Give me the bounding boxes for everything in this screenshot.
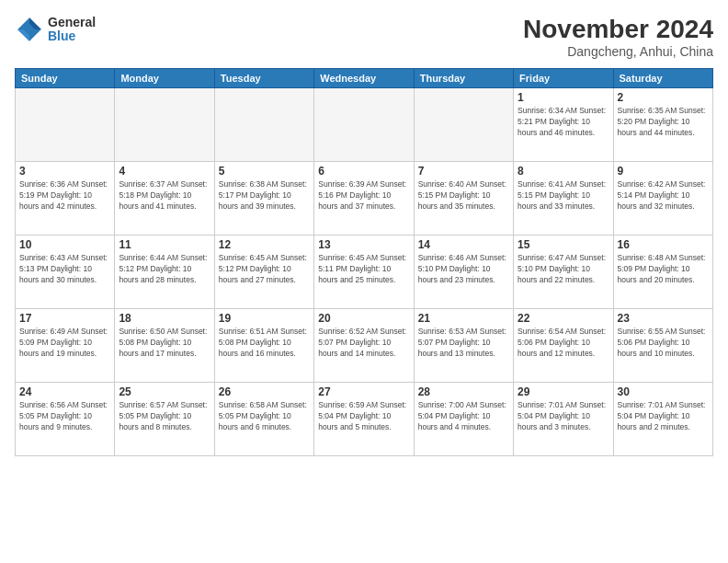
col-wednesday: Wednesday [314, 69, 414, 88]
page: General Blue November 2024 Dangcheng, An… [0, 0, 728, 563]
day-info-9: Sunrise: 6:42 AM Sunset: 5:14 PM Dayligh… [618, 179, 709, 213]
cell-w1-d7: 2Sunrise: 6:35 AM Sunset: 5:20 PM Daylig… [613, 88, 712, 162]
day-num-19: 19 [219, 312, 310, 325]
logo: General Blue [15, 15, 96, 44]
week-row-4: 17Sunrise: 6:49 AM Sunset: 5:09 PM Dayli… [16, 309, 713, 383]
cell-w4-d3: 19Sunrise: 6:51 AM Sunset: 5:08 PM Dayli… [214, 309, 313, 383]
day-info-7: Sunrise: 6:40 AM Sunset: 5:15 PM Dayligh… [418, 179, 509, 213]
day-info-26: Sunrise: 6:58 AM Sunset: 5:05 PM Dayligh… [219, 400, 310, 433]
day-num-9: 9 [618, 165, 709, 178]
logo-general: General [48, 16, 96, 29]
cell-w3-d5: 14Sunrise: 6:46 AM Sunset: 5:10 PM Dayli… [414, 236, 513, 309]
day-num-13: 13 [318, 238, 409, 251]
day-num-2: 2 [618, 91, 709, 104]
day-info-5: Sunrise: 6:38 AM Sunset: 5:17 PM Dayligh… [219, 179, 310, 213]
cell-w1-d1 [16, 88, 115, 162]
cell-w5-d5: 28Sunrise: 7:00 AM Sunset: 5:04 PM Dayli… [414, 383, 513, 456]
cell-w2-d6: 8Sunrise: 6:41 AM Sunset: 5:15 PM Daylig… [514, 162, 613, 236]
cell-w2-d3: 5Sunrise: 6:38 AM Sunset: 5:17 PM Daylig… [214, 162, 313, 236]
day-info-28: Sunrise: 7:00 AM Sunset: 5:04 PM Dayligh… [418, 400, 509, 433]
day-num-14: 14 [418, 238, 509, 251]
day-info-27: Sunrise: 6:59 AM Sunset: 5:04 PM Dayligh… [318, 400, 409, 433]
day-info-20: Sunrise: 6:52 AM Sunset: 5:07 PM Dayligh… [318, 327, 409, 360]
day-num-22: 22 [518, 312, 609, 325]
day-num-6: 6 [318, 165, 409, 178]
cell-w1-d2 [115, 88, 214, 162]
title-block: November 2024 Dangcheng, Anhui, China [523, 15, 713, 59]
day-info-3: Sunrise: 6:36 AM Sunset: 5:19 PM Dayligh… [19, 179, 110, 213]
day-num-15: 15 [518, 238, 609, 251]
day-num-5: 5 [219, 165, 310, 178]
cell-w3-d4: 13Sunrise: 6:45 AM Sunset: 5:11 PM Dayli… [314, 236, 414, 309]
day-num-3: 3 [19, 165, 110, 178]
day-num-10: 10 [19, 238, 110, 251]
day-info-23: Sunrise: 6:55 AM Sunset: 5:06 PM Dayligh… [618, 327, 709, 360]
cell-w1-d4 [314, 88, 414, 162]
day-info-12: Sunrise: 6:45 AM Sunset: 5:12 PM Dayligh… [219, 253, 310, 286]
day-num-30: 30 [618, 385, 709, 398]
cell-w4-d5: 21Sunrise: 6:53 AM Sunset: 5:07 PM Dayli… [414, 309, 513, 383]
header: General Blue November 2024 Dangcheng, An… [15, 15, 713, 59]
day-num-20: 20 [318, 312, 409, 325]
logo-text: General Blue [48, 16, 96, 44]
calendar-header: Sunday Monday Tuesday Wednesday Thursday… [16, 69, 713, 88]
day-num-11: 11 [119, 238, 210, 251]
cell-w3-d6: 15Sunrise: 6:47 AM Sunset: 5:10 PM Dayli… [514, 236, 613, 309]
cell-w4-d6: 22Sunrise: 6:54 AM Sunset: 5:06 PM Dayli… [514, 309, 613, 383]
cell-w5-d4: 27Sunrise: 6:59 AM Sunset: 5:04 PM Dayli… [314, 383, 414, 456]
day-info-8: Sunrise: 6:41 AM Sunset: 5:15 PM Dayligh… [518, 179, 609, 213]
day-num-1: 1 [518, 91, 609, 104]
day-info-2: Sunrise: 6:35 AM Sunset: 5:20 PM Dayligh… [618, 106, 709, 139]
cell-w3-d1: 10Sunrise: 6:43 AM Sunset: 5:13 PM Dayli… [16, 236, 115, 309]
day-info-22: Sunrise: 6:54 AM Sunset: 5:06 PM Dayligh… [518, 327, 609, 360]
day-info-21: Sunrise: 6:53 AM Sunset: 5:07 PM Dayligh… [418, 327, 509, 360]
subtitle: Dangcheng, Anhui, China [523, 44, 713, 59]
day-num-7: 7 [418, 165, 509, 178]
col-thursday: Thursday [414, 69, 513, 88]
col-friday: Friday [514, 69, 613, 88]
cell-w2-d5: 7Sunrise: 6:40 AM Sunset: 5:15 PM Daylig… [414, 162, 513, 236]
cell-w4-d2: 18Sunrise: 6:50 AM Sunset: 5:08 PM Dayli… [115, 309, 214, 383]
day-info-25: Sunrise: 6:57 AM Sunset: 5:05 PM Dayligh… [119, 400, 210, 433]
day-num-12: 12 [219, 238, 310, 251]
cell-w2-d2: 4Sunrise: 6:37 AM Sunset: 5:18 PM Daylig… [115, 162, 214, 236]
cell-w5-d2: 25Sunrise: 6:57 AM Sunset: 5:05 PM Dayli… [115, 383, 214, 456]
day-num-21: 21 [418, 312, 509, 325]
cell-w3-d2: 11Sunrise: 6:44 AM Sunset: 5:12 PM Dayli… [115, 236, 214, 309]
day-num-26: 26 [219, 385, 310, 398]
day-num-28: 28 [418, 385, 509, 398]
day-info-11: Sunrise: 6:44 AM Sunset: 5:12 PM Dayligh… [119, 253, 210, 286]
day-num-8: 8 [518, 165, 609, 178]
week-row-5: 24Sunrise: 6:56 AM Sunset: 5:05 PM Dayli… [16, 383, 713, 456]
day-info-18: Sunrise: 6:50 AM Sunset: 5:08 PM Dayligh… [119, 327, 210, 360]
day-info-17: Sunrise: 6:49 AM Sunset: 5:09 PM Dayligh… [19, 327, 110, 360]
week-row-1: 1Sunrise: 6:34 AM Sunset: 5:21 PM Daylig… [16, 88, 713, 162]
day-info-6: Sunrise: 6:39 AM Sunset: 5:16 PM Dayligh… [318, 179, 409, 213]
week-row-2: 3Sunrise: 6:36 AM Sunset: 5:19 PM Daylig… [16, 162, 713, 236]
day-info-4: Sunrise: 6:37 AM Sunset: 5:18 PM Dayligh… [119, 179, 210, 213]
cell-w2-d1: 3Sunrise: 6:36 AM Sunset: 5:19 PM Daylig… [16, 162, 115, 236]
col-saturday: Saturday [613, 69, 712, 88]
cell-w5-d1: 24Sunrise: 6:56 AM Sunset: 5:05 PM Dayli… [16, 383, 115, 456]
cell-w4-d1: 17Sunrise: 6:49 AM Sunset: 5:09 PM Dayli… [16, 309, 115, 383]
day-num-25: 25 [119, 385, 210, 398]
cell-w1-d5 [414, 88, 513, 162]
day-info-16: Sunrise: 6:48 AM Sunset: 5:09 PM Dayligh… [618, 253, 709, 286]
day-info-24: Sunrise: 6:56 AM Sunset: 5:05 PM Dayligh… [19, 400, 110, 433]
cell-w3-d7: 16Sunrise: 6:48 AM Sunset: 5:09 PM Dayli… [613, 236, 712, 309]
col-sunday: Sunday [16, 69, 115, 88]
day-info-10: Sunrise: 6:43 AM Sunset: 5:13 PM Dayligh… [19, 253, 110, 286]
day-num-24: 24 [19, 385, 110, 398]
day-num-29: 29 [518, 385, 609, 398]
day-num-17: 17 [19, 312, 110, 325]
cell-w2-d4: 6Sunrise: 6:39 AM Sunset: 5:16 PM Daylig… [314, 162, 414, 236]
day-info-14: Sunrise: 6:46 AM Sunset: 5:10 PM Dayligh… [418, 253, 509, 286]
calendar-body: 1Sunrise: 6:34 AM Sunset: 5:21 PM Daylig… [16, 88, 713, 456]
col-monday: Monday [115, 69, 214, 88]
cell-w1-d6: 1Sunrise: 6:34 AM Sunset: 5:21 PM Daylig… [514, 88, 613, 162]
logo-icon [15, 15, 44, 44]
col-tuesday: Tuesday [214, 69, 313, 88]
day-num-16: 16 [618, 238, 709, 251]
day-info-1: Sunrise: 6:34 AM Sunset: 5:21 PM Dayligh… [518, 106, 609, 139]
cell-w5-d6: 29Sunrise: 7:01 AM Sunset: 5:04 PM Dayli… [514, 383, 613, 456]
